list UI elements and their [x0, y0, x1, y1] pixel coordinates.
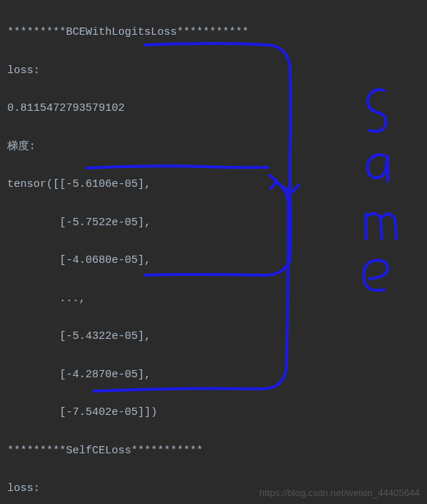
output-line: [-4.2870e-05],	[7, 366, 420, 385]
output-line: [-5.7522e-05],	[7, 214, 420, 232]
terminal-output: *********BCEWithLogitsLoss*********** lo…	[0, 0, 427, 504]
output-line: *********SelfCELoss***********	[7, 442, 420, 461]
output-line: tensor([[-5.6106e-05],	[7, 175, 420, 194]
output-line: loss:	[7, 62, 420, 80]
output-line: ...,	[7, 290, 420, 308]
output-line: [-4.0680e-05],	[7, 251, 420, 270]
output-line: *********BCEWithLogitsLoss***********	[7, 23, 420, 42]
watermark-text: https://blog.csdn.net/weixin_44405644	[260, 487, 420, 498]
output-line: 0.8115472793579102	[7, 99, 420, 118]
output-line: 梯度:	[7, 138, 420, 156]
output-line: [-5.4322e-05],	[7, 327, 420, 346]
output-line: [-7.5402e-05]])	[7, 403, 420, 422]
